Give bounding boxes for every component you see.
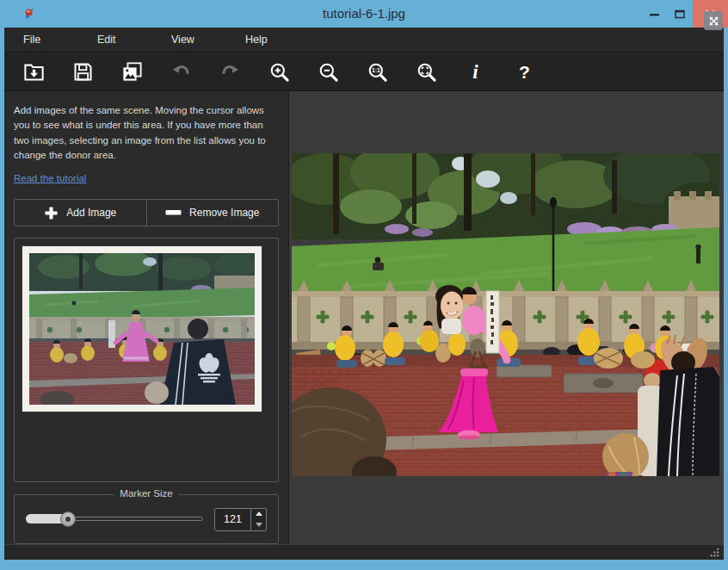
plus-icon (44, 206, 59, 220)
menu-file[interactable]: File (4, 34, 78, 46)
undo-icon (170, 60, 193, 84)
app-window: tutorial-6-1.jpg File (0, 0, 728, 570)
arrow-down-icon (256, 523, 262, 527)
content-area: Add images of the same scene. Moving the… (4, 91, 724, 544)
zoom-in-button[interactable] (262, 54, 297, 89)
open-button[interactable] (16, 54, 52, 89)
status-bar (4, 544, 724, 560)
undo-button[interactable] (163, 54, 199, 89)
marker-size-group: Marker Size (14, 494, 279, 544)
image-buttons-row: Add Image Remove Image (14, 199, 279, 226)
marker-size-input[interactable] (215, 509, 250, 530)
spin-up-button[interactable] (251, 509, 266, 520)
slider-thumb[interactable] (60, 511, 76, 527)
canvas-pane[interactable] (289, 91, 724, 544)
zoom-fit-icon (415, 60, 438, 84)
image-list-item-thumbnail[interactable] (22, 246, 262, 412)
zoom-actual-size-button[interactable]: 1:1 (360, 54, 395, 89)
zoom-in-icon (268, 60, 291, 84)
marker-size-spinbox (214, 508, 267, 531)
minus-icon (165, 209, 182, 216)
info-button[interactable]: i (458, 54, 493, 89)
title-bar[interactable]: tutorial-6-1.jpg (0, 0, 728, 28)
app-logo-icon (22, 6, 38, 22)
instructions-text: Add images of the same scene. Moving the… (14, 103, 279, 163)
marker-size-slider[interactable] (26, 511, 203, 528)
image-list (14, 238, 279, 482)
menu-help[interactable]: Help (226, 34, 300, 46)
zoom-fit-button[interactable] (409, 54, 444, 89)
toolbar: 1:1 i ? (4, 52, 724, 91)
minimize-icon (650, 9, 659, 18)
spin-arrows (250, 509, 266, 530)
menu-view[interactable]: View (152, 34, 226, 46)
add-image-label: Add Image (66, 207, 116, 219)
sidebar: Add images of the same scene. Moving the… (4, 91, 289, 544)
marker-size-label: Marker Size (114, 488, 178, 499)
resize-grip[interactable] (710, 548, 719, 557)
add-image-button[interactable]: Add Image (15, 200, 146, 226)
remove-image-button[interactable]: Remove Image (146, 200, 279, 226)
arrow-up-icon (256, 511, 262, 516)
help-button[interactable]: ? (507, 54, 542, 89)
info-icon: i (472, 62, 478, 82)
open-folder-icon (22, 60, 46, 84)
thumbnail-photo (29, 253, 255, 405)
export-image-button[interactable] (114, 54, 150, 89)
zoom-out-icon (317, 60, 340, 84)
help-icon: ? (519, 63, 530, 81)
minimize-button[interactable] (641, 0, 667, 28)
main-photo[interactable] (292, 153, 719, 476)
zoom-actual-size-icon: 1:1 (366, 60, 389, 84)
save-button[interactable] (65, 54, 101, 89)
zoom-out-button[interactable] (311, 54, 346, 89)
spin-down-button[interactable] (251, 519, 266, 530)
read-tutorial-link[interactable]: Read the tutorial (14, 173, 86, 183)
redo-icon (219, 60, 242, 84)
maximize-button[interactable] (667, 0, 693, 28)
window-title: tutorial-6-1.jpg (103, 0, 625, 28)
images-icon (120, 60, 144, 84)
maximize-icon (675, 9, 685, 19)
svg-text:1:1: 1:1 (372, 67, 380, 73)
redo-button[interactable] (213, 54, 248, 89)
save-icon (71, 60, 95, 84)
remove-image-label: Remove Image (189, 207, 259, 219)
app-body: File Edit View Help (4, 28, 724, 560)
menu-edit[interactable]: Edit (78, 34, 152, 46)
capture-cursor-overlay-icon (704, 11, 723, 30)
menu-bar: File Edit View Help (4, 28, 724, 52)
